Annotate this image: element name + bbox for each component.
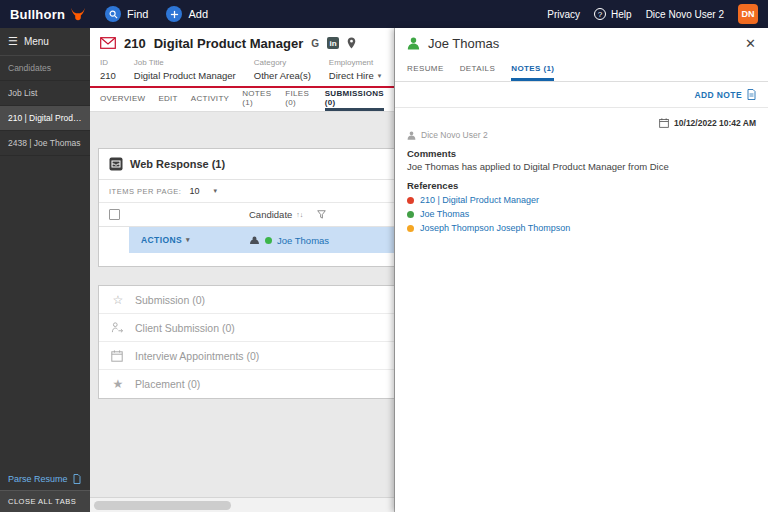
field-id: ID 210: [100, 58, 116, 86]
employment-dropdown[interactable]: Direct Hire ▾: [329, 70, 381, 81]
note-timestamp: 10/12/2022 10:42 AM: [674, 118, 756, 128]
job-header: 210 Digital Product Manager G in: [90, 28, 394, 58]
linkedin-icon[interactable]: in: [327, 37, 339, 49]
hamburger-menu-icon: ☰: [8, 35, 18, 48]
person-panel: Joe Thomas ✕ RESUME DETAILS NOTES (1) AD…: [395, 28, 768, 512]
job-fields: ID 210 Job Title Digital Product Manager…: [90, 58, 394, 86]
web-response-title: Web Response (1): [130, 158, 225, 170]
field-category: Category Other Area(s): [254, 58, 311, 86]
parse-resume-button[interactable]: Parse Resume: [0, 468, 90, 490]
web-response-card: Web Response (1) ITEMS PER PAGE: 10 ▾ Ca…: [98, 148, 394, 267]
column-header-candidate[interactable]: Candidate ↑↓: [249, 209, 394, 220]
job-content-area: Web Response (1) ITEMS PER PAGE: 10 ▾ Ca…: [90, 112, 394, 512]
reference-job: 210 | Digital Product Manager: [407, 195, 756, 205]
find-label: Find: [127, 8, 148, 20]
job-tabs: OVERVIEW EDIT ACTIVITY NOTES (1) FILES (…: [90, 88, 394, 112]
section-submission[interactable]: ☆ Submission (0): [99, 286, 394, 314]
web-response-header: Web Response (1): [99, 149, 394, 180]
field-label: Category: [254, 58, 311, 67]
note-page-icon: [747, 89, 756, 100]
candidate-person-icon: [407, 37, 420, 50]
web-source-icon: [249, 236, 260, 245]
close-all-tabs-button[interactable]: CLOSE ALL TABS: [0, 490, 90, 512]
filter-funnel-icon[interactable]: [317, 210, 326, 219]
selected-row[interactable]: ACTIONS ▾ Joe Thomas: [129, 227, 394, 253]
section-placement[interactable]: ★ Placement (0): [99, 370, 394, 398]
scrollbar-thumb[interactable]: [94, 501, 231, 510]
actions-button[interactable]: ACTIONS ▾: [141, 235, 190, 245]
empty-table-row: [99, 253, 394, 266]
find-button[interactable]: Find: [105, 6, 148, 22]
tab-overview[interactable]: OVERVIEW: [100, 88, 145, 111]
reference-dot-green: [407, 211, 414, 218]
sidebar: ☰ Menu Candidates Job List 210 | Digital…: [0, 28, 90, 512]
note-timestamp-row: 10/12/2022 10:42 AM: [407, 118, 756, 128]
section-interview-appointments[interactable]: Interview Appointments (0): [99, 342, 394, 370]
user-menu[interactable]: Dice Novo User 2: [646, 9, 724, 20]
add-icon: [166, 6, 182, 22]
bull-head-icon: [69, 7, 87, 21]
row-checkbox-cell[interactable]: [99, 227, 129, 253]
star-filled-icon: ★: [111, 377, 125, 391]
reference-contact: Joseph Thompson Joseph Thompson: [407, 223, 756, 233]
help-button[interactable]: ? Help: [594, 8, 632, 20]
comments-label: Comments: [407, 148, 756, 159]
field-value: Other Area(s): [254, 70, 311, 81]
help-label: Help: [611, 9, 632, 20]
candidate-link[interactable]: Joe Thomas: [277, 235, 329, 246]
related-records-card: ☆ Submission (0) Client Submission (0) I…: [98, 285, 394, 399]
tab-details[interactable]: DETAILS: [460, 58, 496, 81]
menu-button[interactable]: ☰ Menu: [0, 28, 90, 56]
privacy-link[interactable]: Privacy: [547, 9, 580, 20]
items-per-page-select[interactable]: 10 ▾: [189, 186, 217, 196]
tab-files[interactable]: FILES (0): [285, 88, 311, 111]
sidebar-tab-job-210[interactable]: 210 | Digital Product M...: [0, 106, 90, 131]
field-value: 210: [100, 70, 116, 81]
job-panel: 210 Digital Product Manager G in ID 210 …: [90, 28, 395, 512]
add-button[interactable]: Add: [166, 6, 208, 22]
notes-toolbar: ADD NOTE: [395, 82, 768, 108]
bullhorn-logo[interactable]: Bullhorn: [10, 7, 87, 22]
avatar[interactable]: DN: [738, 4, 758, 24]
client-submission-icon: [111, 321, 125, 334]
search-icon: [105, 6, 121, 22]
field-label: Job Title: [134, 58, 236, 67]
horizontal-scrollbar[interactable]: [90, 497, 394, 512]
sidebar-tab-candidate-2438[interactable]: 2438 | Joe Thomas: [0, 131, 90, 156]
select-all-checkbox[interactable]: [109, 209, 120, 220]
reference-link[interactable]: Joe Thomas: [420, 209, 469, 219]
parse-resume-label: Parse Resume: [8, 474, 68, 484]
note-author-row: Dice Novo User 2: [407, 130, 756, 140]
web-response-icon: [109, 157, 123, 171]
tab-notes[interactable]: NOTES (1): [242, 88, 272, 111]
tab-notes[interactable]: NOTES (1): [511, 58, 554, 81]
person-panel-header: Joe Thomas ✕: [395, 28, 768, 58]
sidebar-item-job-list[interactable]: Job List: [0, 81, 90, 106]
job-envelope-icon: [100, 37, 116, 49]
items-per-page-label: ITEMS PER PAGE:: [109, 187, 181, 196]
chevron-down-icon: ▾: [186, 236, 190, 244]
close-icon[interactable]: ✕: [745, 36, 756, 51]
add-label: Add: [188, 8, 208, 20]
job-id: 210: [124, 36, 146, 51]
reference-link[interactable]: 210 | Digital Product Manager: [420, 195, 539, 205]
sidebar-spacer: [0, 156, 90, 468]
field-label: ID: [100, 58, 116, 67]
google-search-icon[interactable]: G: [311, 38, 319, 49]
tab-edit[interactable]: EDIT: [158, 88, 177, 111]
field-value: Digital Product Manager: [134, 70, 236, 81]
table-row: ACTIONS ▾ Joe Thomas: [99, 227, 394, 253]
document-icon: [73, 474, 81, 484]
location-pin-icon[interactable]: [347, 37, 356, 49]
tab-activity[interactable]: ACTIVITY: [191, 88, 229, 111]
person-tabs: RESUME DETAILS NOTES (1): [395, 58, 768, 82]
sidebar-item-candidates[interactable]: Candidates: [0, 56, 90, 81]
calendar-icon: [111, 350, 125, 362]
items-per-page-row: ITEMS PER PAGE: 10 ▾: [99, 180, 394, 203]
sort-icon[interactable]: ↑↓: [296, 211, 303, 218]
tab-resume[interactable]: RESUME: [407, 58, 444, 81]
tab-submissions[interactable]: SUBMISSIONS (0): [325, 88, 384, 111]
reference-link[interactable]: Joseph Thompson Joseph Thompson: [420, 223, 570, 233]
section-client-submission[interactable]: Client Submission (0): [99, 314, 394, 342]
add-note-button[interactable]: ADD NOTE: [694, 89, 756, 100]
